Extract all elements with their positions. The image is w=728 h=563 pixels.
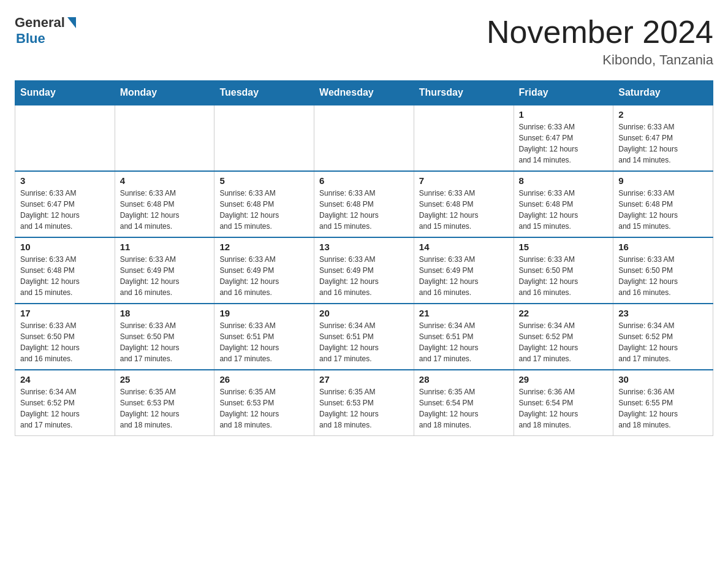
calendar-cell: 14Sunrise: 6:33 AMSunset: 6:49 PMDayligh… [414,237,514,304]
day-number: 7 [419,175,509,186]
day-info: Sunrise: 6:34 AMSunset: 6:51 PMDaylight:… [319,320,409,364]
day-info: Sunrise: 6:33 AMSunset: 6:50 PMDaylight:… [519,254,609,298]
day-info: Sunrise: 6:33 AMSunset: 6:48 PMDaylight:… [419,188,509,232]
logo: General Blue [15,15,76,47]
day-number: 2 [618,109,708,120]
calendar-cell: 23Sunrise: 6:34 AMSunset: 6:52 PMDayligh… [613,304,713,370]
day-info: Sunrise: 6:33 AMSunset: 6:47 PMDaylight:… [618,121,708,166]
calendar-cell: 12Sunrise: 6:33 AMSunset: 6:49 PMDayligh… [214,237,314,304]
calendar-cell: 22Sunrise: 6:34 AMSunset: 6:52 PMDayligh… [514,304,613,370]
day-number: 23 [618,308,708,318]
day-info: Sunrise: 6:36 AMSunset: 6:55 PMDaylight:… [618,386,708,431]
calendar-header-tuesday: Tuesday [214,81,314,105]
day-number: 1 [519,109,609,120]
day-number: 14 [419,242,509,252]
day-number: 11 [120,242,210,252]
location-text: Kibondo, Tanzania [487,52,713,68]
calendar-cell: 18Sunrise: 6:33 AMSunset: 6:50 PMDayligh… [115,304,214,370]
calendar-cell [115,105,214,171]
calendar-header-row: SundayMondayTuesdayWednesdayThursdayFrid… [15,81,713,105]
calendar-cell: 19Sunrise: 6:33 AMSunset: 6:51 PMDayligh… [214,304,314,370]
day-number: 3 [20,175,110,186]
day-info: Sunrise: 6:33 AMSunset: 6:49 PMDaylight:… [419,254,509,298]
day-number: 6 [319,175,409,186]
calendar-cell [214,105,314,171]
logo-general-text: General [15,15,65,31]
day-number: 17 [20,308,110,318]
logo-arrow-icon [67,17,76,28]
day-number: 4 [120,175,210,186]
day-number: 8 [519,175,609,186]
day-number: 10 [20,242,110,252]
calendar-cell: 7Sunrise: 6:33 AMSunset: 6:48 PMDaylight… [414,171,514,237]
day-info: Sunrise: 6:34 AMSunset: 6:51 PMDaylight:… [419,320,509,364]
day-info: Sunrise: 6:35 AMSunset: 6:54 PMDaylight:… [419,386,509,431]
day-number: 20 [319,308,409,318]
day-info: Sunrise: 6:34 AMSunset: 6:52 PMDaylight:… [618,320,708,364]
day-info: Sunrise: 6:33 AMSunset: 6:49 PMDaylight:… [219,254,309,298]
calendar-header-sunday: Sunday [15,81,115,105]
logo-blue-text: Blue [16,31,45,47]
calendar-cell: 21Sunrise: 6:34 AMSunset: 6:51 PMDayligh… [414,304,514,370]
week-row-3: 10Sunrise: 6:33 AMSunset: 6:48 PMDayligh… [15,237,713,304]
day-info: Sunrise: 6:33 AMSunset: 6:48 PMDaylight:… [618,188,708,232]
day-info: Sunrise: 6:33 AMSunset: 6:51 PMDaylight:… [219,320,309,364]
day-number: 18 [120,308,210,318]
day-info: Sunrise: 6:33 AMSunset: 6:48 PMDaylight:… [319,188,409,232]
day-info: Sunrise: 6:33 AMSunset: 6:47 PMDaylight:… [519,121,609,166]
day-info: Sunrise: 6:34 AMSunset: 6:52 PMDaylight:… [519,320,609,364]
day-info: Sunrise: 6:33 AMSunset: 6:50 PMDaylight:… [20,320,110,364]
month-title: November 2024 [487,15,713,50]
calendar-cell [314,105,414,171]
calendar-cell: 3Sunrise: 6:33 AMSunset: 6:47 PMDaylight… [15,171,115,237]
day-info: Sunrise: 6:33 AMSunset: 6:48 PMDaylight:… [20,254,110,298]
day-number: 12 [219,242,309,252]
day-number: 26 [219,374,309,385]
day-number: 16 [618,242,708,252]
calendar-cell: 27Sunrise: 6:35 AMSunset: 6:53 PMDayligh… [314,370,414,436]
day-number: 24 [20,374,110,385]
calendar-cell: 20Sunrise: 6:34 AMSunset: 6:51 PMDayligh… [314,304,414,370]
day-number: 13 [319,242,409,252]
day-info: Sunrise: 6:35 AMSunset: 6:53 PMDaylight:… [219,386,309,431]
calendar-header-friday: Friday [514,81,613,105]
week-row-5: 24Sunrise: 6:34 AMSunset: 6:52 PMDayligh… [15,370,713,436]
week-row-4: 17Sunrise: 6:33 AMSunset: 6:50 PMDayligh… [15,304,713,370]
day-info: Sunrise: 6:34 AMSunset: 6:52 PMDaylight:… [20,386,110,431]
calendar-cell: 28Sunrise: 6:35 AMSunset: 6:54 PMDayligh… [414,370,514,436]
day-info: Sunrise: 6:33 AMSunset: 6:48 PMDaylight:… [120,188,210,232]
day-number: 29 [519,374,609,385]
calendar-cell: 9Sunrise: 6:33 AMSunset: 6:48 PMDaylight… [613,171,713,237]
day-number: 28 [419,374,509,385]
day-number: 25 [120,374,210,385]
calendar-header-wednesday: Wednesday [314,81,414,105]
day-number: 9 [618,175,708,186]
day-info: Sunrise: 6:33 AMSunset: 6:48 PMDaylight:… [519,188,609,232]
calendar-cell: 8Sunrise: 6:33 AMSunset: 6:48 PMDaylight… [514,171,613,237]
day-info: Sunrise: 6:33 AMSunset: 6:50 PMDaylight:… [618,254,708,298]
calendar-cell: 25Sunrise: 6:35 AMSunset: 6:53 PMDayligh… [115,370,214,436]
calendar-cell: 24Sunrise: 6:34 AMSunset: 6:52 PMDayligh… [15,370,115,436]
day-number: 21 [419,308,509,318]
day-info: Sunrise: 6:35 AMSunset: 6:53 PMDaylight:… [120,386,210,431]
day-number: 30 [618,374,708,385]
day-info: Sunrise: 6:36 AMSunset: 6:54 PMDaylight:… [519,386,609,431]
day-info: Sunrise: 6:33 AMSunset: 6:49 PMDaylight:… [120,254,210,298]
calendar-header-monday: Monday [115,81,214,105]
calendar-cell: 17Sunrise: 6:33 AMSunset: 6:50 PMDayligh… [15,304,115,370]
day-number: 5 [219,175,309,186]
day-number: 22 [519,308,609,318]
day-info: Sunrise: 6:33 AMSunset: 6:47 PMDaylight:… [20,188,110,232]
day-info: Sunrise: 6:33 AMSunset: 6:49 PMDaylight:… [319,254,409,298]
day-number: 19 [219,308,309,318]
calendar-table: SundayMondayTuesdayWednesdayThursdayFrid… [15,80,713,436]
page-header: General Blue November 2024 Kibondo, Tanz… [15,15,713,68]
calendar-cell: 11Sunrise: 6:33 AMSunset: 6:49 PMDayligh… [115,237,214,304]
calendar-cell: 13Sunrise: 6:33 AMSunset: 6:49 PMDayligh… [314,237,414,304]
calendar-cell: 4Sunrise: 6:33 AMSunset: 6:48 PMDaylight… [115,171,214,237]
calendar-cell: 5Sunrise: 6:33 AMSunset: 6:48 PMDaylight… [214,171,314,237]
calendar-cell: 1Sunrise: 6:33 AMSunset: 6:47 PMDaylight… [514,105,613,171]
calendar-cell: 16Sunrise: 6:33 AMSunset: 6:50 PMDayligh… [613,237,713,304]
calendar-cell [414,105,514,171]
calendar-header-saturday: Saturday [613,81,713,105]
